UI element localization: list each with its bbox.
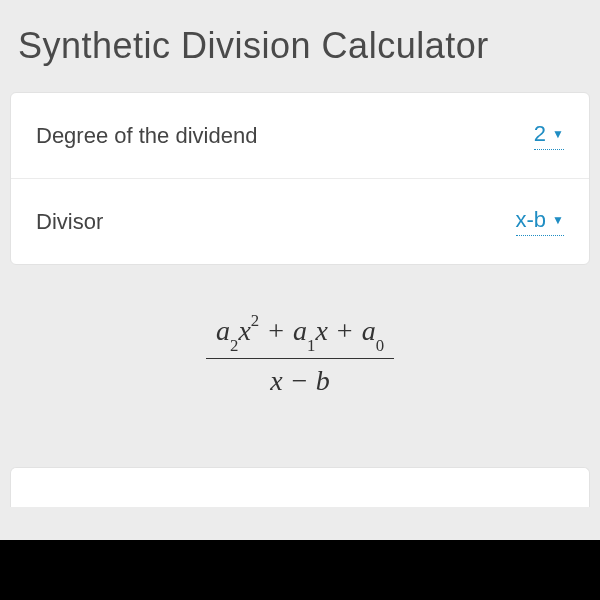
header: Synthetic Division Calculator [0,0,600,92]
chevron-down-icon: ▼ [552,127,564,141]
formula-numerator: a2x2 + a1x + a0 [206,315,394,359]
formula-display: a2x2 + a1x + a0 x − b [0,265,600,427]
divisor-select[interactable]: x-b ▼ [516,207,564,236]
formula-fraction: a2x2 + a1x + a0 x − b [206,315,394,397]
divisor-row: Divisor x-b ▼ [11,179,589,264]
bottom-panel [10,467,590,507]
degree-row: Degree of the dividend 2 ▼ [11,93,589,179]
chevron-down-icon: ▼ [552,213,564,227]
degree-value: 2 [534,121,546,147]
formula-denominator: x − b [206,359,394,397]
degree-select[interactable]: 2 ▼ [534,121,564,150]
page-title: Synthetic Division Calculator [18,25,582,67]
footer-bar [0,540,600,600]
degree-label: Degree of the dividend [36,123,257,149]
divisor-label: Divisor [36,209,103,235]
divisor-value: x-b [516,207,547,233]
inputs-panel: Degree of the dividend 2 ▼ Divisor x-b ▼ [10,92,590,265]
